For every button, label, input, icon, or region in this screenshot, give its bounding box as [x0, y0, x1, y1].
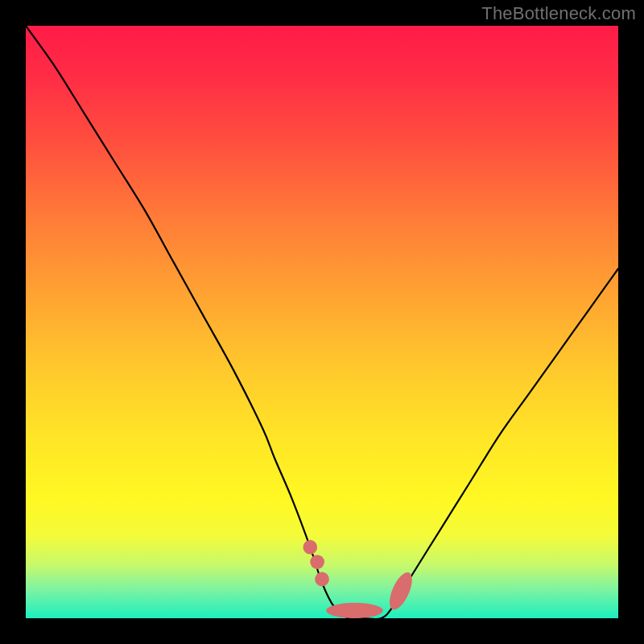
bottleneck-curve-line	[26, 26, 618, 618]
chart-svg	[26, 26, 618, 618]
curve-markers	[303, 540, 416, 618]
watermark-text: TheBottleneck.com	[481, 3, 636, 24]
curve-marker	[326, 603, 383, 618]
plot-area	[26, 26, 618, 618]
chart-frame: TheBottleneck.com	[0, 0, 644, 644]
curve-marker	[310, 555, 324, 569]
curve-marker	[303, 540, 317, 555]
curve-marker	[315, 572, 329, 587]
